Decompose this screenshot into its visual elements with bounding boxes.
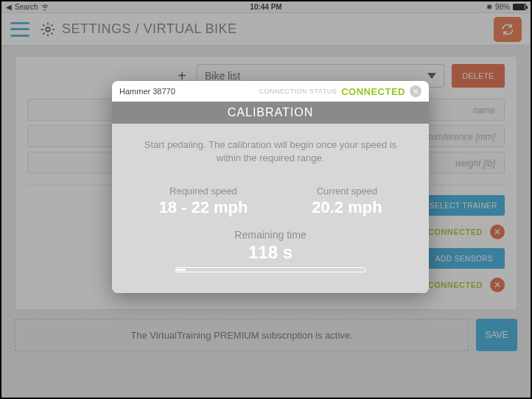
remaining-time-label: Remaining time [127,229,414,241]
current-speed-value: 20.2 mph [312,198,382,217]
calibration-modal: Hammer 38770 CONNECTION STATUS CONNECTED… [112,81,429,293]
required-speed-value: 18 - 22 mph [158,198,248,217]
modal-title: CALIBRATION [112,102,429,124]
required-speed-label: Required speed [158,186,248,197]
calibration-instructions: Start pedaling. The calibration will beg… [127,138,414,165]
connection-status-value: CONNECTED [341,86,405,97]
connection-status-label: CONNECTION STATUS [259,88,337,95]
modal-close-button[interactable]: ✕ [410,85,421,97]
current-speed-label: Current speed [312,186,382,197]
remaining-time-value: 118 s [127,242,414,263]
device-name: Hammer 38770 [119,87,175,96]
calibration-progress-bar [175,267,366,272]
